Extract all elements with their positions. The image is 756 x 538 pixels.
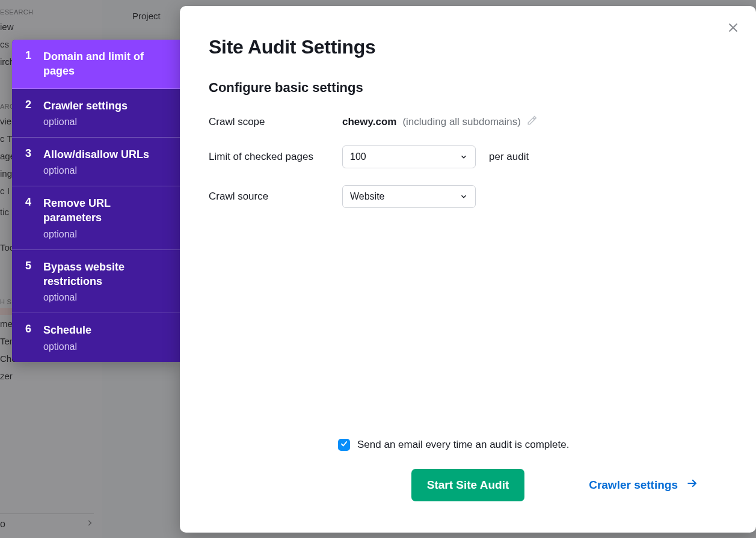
limit-pages-label: Limit of checked pages xyxy=(209,151,342,163)
start-site-audit-button[interactable]: Start Site Audit xyxy=(411,469,525,501)
crawl-source-label: Crawl source xyxy=(209,191,342,203)
row-crawl-scope: Crawl scope chewy.com (including all sub… xyxy=(209,115,727,129)
wizard-step-title: Allow/disallow URLs xyxy=(43,147,168,162)
row-email-notify: Send an email every time an audit is com… xyxy=(209,439,727,451)
wizard-step-subtitle: optional xyxy=(43,341,168,352)
wizard-step-number: 5 xyxy=(25,260,32,304)
modal-title: Site Audit Settings xyxy=(209,36,727,58)
wizard-step-title: Bypass website restrictions xyxy=(43,260,168,289)
modal-actions: Start Site Audit Crawler settings xyxy=(209,469,727,515)
check-icon xyxy=(340,439,348,450)
wizard-step-allow-disallow[interactable]: 3 Allow/disallow URLs optional xyxy=(12,138,180,186)
edit-crawl-scope-button[interactable] xyxy=(527,115,538,129)
wizard-step-number: 1 xyxy=(25,49,32,79)
crawl-source-select[interactable]: Website xyxy=(342,185,476,208)
wizard-step-subtitle: optional xyxy=(43,165,168,176)
chevron-down-icon xyxy=(459,192,468,201)
limit-pages-suffix: per audit xyxy=(489,151,529,163)
email-notify-label: Send an email every time an audit is com… xyxy=(357,439,569,451)
wizard-step-subtitle: optional xyxy=(43,229,168,240)
close-icon xyxy=(727,22,739,36)
pencil-icon xyxy=(527,115,538,129)
wizard-steps-panel: 1 Domain and limit of pages 2 Crawler se… xyxy=(12,40,180,362)
wizard-step-domain-limit[interactable]: 1 Domain and limit of pages xyxy=(12,40,180,89)
wizard-step-title: Schedule xyxy=(43,323,168,337)
wizard-step-bypass-restrictions[interactable]: 5 Bypass website restrictions optional xyxy=(12,250,180,314)
wizard-step-remove-params[interactable]: 4 Remove URL parameters optional xyxy=(12,186,180,250)
wizard-step-number: 6 xyxy=(25,323,32,352)
crawl-source-value: Website xyxy=(350,191,385,202)
next-crawler-settings-link[interactable]: Crawler settings xyxy=(589,477,698,492)
wizard-step-number: 3 xyxy=(25,147,32,176)
chevron-down-icon xyxy=(459,153,468,161)
row-crawl-source: Crawl source Website xyxy=(209,185,727,208)
wizard-step-number: 4 xyxy=(25,196,32,240)
crawl-scope-label: Crawl scope xyxy=(209,116,342,128)
wizard-step-subtitle: optional xyxy=(43,292,168,303)
close-button[interactable] xyxy=(726,22,740,36)
wizard-step-title: Remove URL parameters xyxy=(43,196,168,225)
wizard-step-number: 2 xyxy=(25,99,32,127)
wizard-step-schedule[interactable]: 6 Schedule optional xyxy=(12,313,180,361)
wizard-step-title: Crawler settings xyxy=(43,99,168,113)
wizard-step-crawler-settings[interactable]: 2 Crawler settings optional xyxy=(12,89,180,138)
next-link-label: Crawler settings xyxy=(589,478,678,492)
crawl-scope-note: (including all subdomains) xyxy=(402,116,521,128)
limit-pages-select[interactable]: 100 xyxy=(342,145,476,168)
wizard-step-title: Domain and limit of pages xyxy=(43,49,168,79)
email-notify-checkbox[interactable] xyxy=(338,439,350,451)
limit-pages-value: 100 xyxy=(350,151,366,162)
arrow-right-icon xyxy=(686,477,698,492)
row-limit-pages: Limit of checked pages 100 per audit xyxy=(209,145,727,168)
wizard-step-subtitle: optional xyxy=(43,117,168,127)
crawl-scope-domain: chewy.com xyxy=(342,116,396,128)
site-audit-settings-modal: Site Audit Settings Configure basic sett… xyxy=(180,6,756,533)
modal-subtitle: Configure basic settings xyxy=(209,80,727,96)
